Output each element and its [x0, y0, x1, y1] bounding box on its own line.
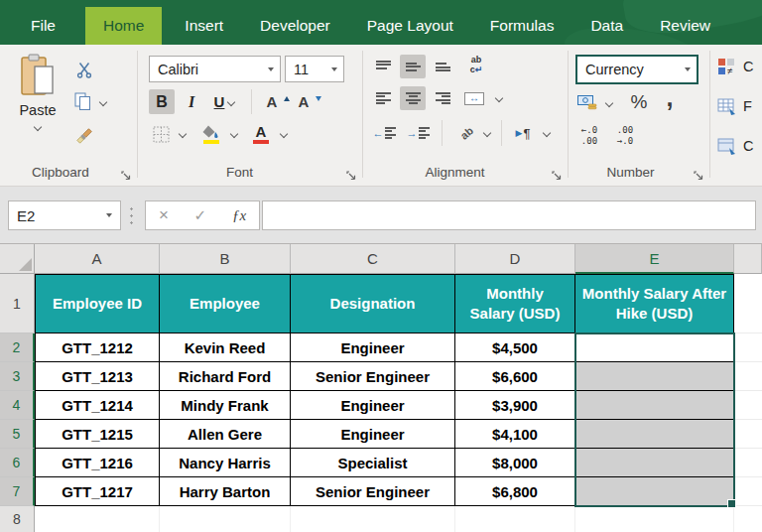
- increase-indent-button[interactable]: →: [404, 122, 432, 144]
- name-box[interactable]: E2: [8, 200, 121, 230]
- cell-D1[interactable]: Monthly Salary (USD): [455, 274, 575, 333]
- cell-E7[interactable]: [575, 477, 734, 506]
- format-as-table-button[interactable]: F: [717, 96, 752, 116]
- cell-E6[interactable]: [575, 449, 734, 477]
- font-color-button[interactable]: A: [248, 120, 274, 148]
- borders-button[interactable]: [149, 122, 173, 146]
- increase-decimal-button[interactable]: ←.0 .00: [575, 124, 603, 148]
- cell-D8[interactable]: [455, 506, 575, 532]
- cell-styles-button[interactable]: C: [717, 136, 753, 156]
- decrease-indent-button[interactable]: ←: [370, 122, 398, 144]
- column-header-A[interactable]: A: [35, 244, 160, 274]
- row-header-1[interactable]: 1: [0, 274, 35, 333]
- bold-button[interactable]: B: [149, 89, 175, 114]
- cell-E3[interactable]: [575, 362, 734, 391]
- comma-style-button[interactable]: ,: [661, 90, 679, 114]
- tab-file[interactable]: File: [16, 7, 70, 45]
- cell-A1[interactable]: Employee ID: [35, 274, 160, 333]
- column-header-D[interactable]: D: [455, 244, 575, 274]
- paste-button[interactable]: Paste: [10, 53, 65, 154]
- cut-button[interactable]: [73, 59, 95, 80]
- row-header-7[interactable]: 7: [0, 477, 35, 506]
- row-header-4[interactable]: 4: [0, 391, 35, 420]
- cell-B3[interactable]: Richard Ford: [160, 362, 291, 391]
- accounting-format-button[interactable]: [575, 92, 599, 114]
- number-dialog-launcher[interactable]: [693, 168, 704, 180]
- clipboard-dialog-launcher[interactable]: [120, 168, 132, 180]
- row-header-2[interactable]: 2: [0, 333, 35, 362]
- cell-E2-active[interactable]: [575, 333, 734, 362]
- cell-F2[interactable]: [734, 333, 762, 362]
- underline-button[interactable]: U: [206, 89, 242, 114]
- merge-center-button[interactable]: ↔: [461, 88, 487, 108]
- align-right-button[interactable]: [430, 86, 455, 110]
- cell-F6[interactable]: [734, 449, 762, 477]
- tab-home[interactable]: Home: [85, 7, 162, 45]
- cell-B8[interactable]: [160, 506, 291, 532]
- drag-handle-dots[interactable]: [130, 205, 133, 226]
- tab-review[interactable]: Review: [645, 7, 725, 45]
- cell-E1[interactable]: Monthly Salary After Hike (USD): [575, 274, 734, 333]
- cell-C4[interactable]: Engineer: [291, 391, 455, 420]
- align-top-button[interactable]: [370, 55, 396, 78]
- insert-function-icon[interactable]: ƒx: [232, 207, 246, 224]
- tab-formulas[interactable]: Formulas: [475, 7, 570, 45]
- font-dialog-launcher[interactable]: [345, 168, 357, 180]
- cell-C8[interactable]: [291, 506, 455, 532]
- fill-color-dropdown[interactable]: [228, 124, 240, 144]
- wrap-text-button[interactable]: ab c↵: [461, 53, 491, 78]
- cell-C6[interactable]: Specialist: [291, 449, 455, 477]
- cell-C1[interactable]: Designation: [291, 274, 455, 333]
- shrink-font-button[interactable]: A: [294, 89, 319, 114]
- cell-F5[interactable]: [734, 420, 762, 449]
- cell-B2[interactable]: Kevin Reed: [160, 333, 291, 362]
- align-middle-button[interactable]: [400, 55, 426, 78]
- cell-A4[interactable]: GTT_1214: [35, 391, 160, 420]
- fill-handle[interactable]: [727, 499, 736, 508]
- column-header-F[interactable]: [734, 244, 762, 274]
- font-name-combo[interactable]: Calibri: [149, 56, 281, 82]
- conditional-formatting-button[interactable]: ≠ C: [717, 57, 753, 76]
- cell-C2[interactable]: Engineer: [291, 333, 455, 362]
- cell-A5[interactable]: GTT_1215: [35, 420, 160, 449]
- cell-B4[interactable]: Mindy Frank: [160, 391, 291, 420]
- accounting-dropdown[interactable]: [603, 94, 615, 112]
- italic-button[interactable]: I: [181, 89, 202, 114]
- column-header-B[interactable]: B: [160, 244, 291, 274]
- cell-B5[interactable]: Allen Gere: [160, 420, 291, 449]
- cell-B6[interactable]: Nancy Harris: [160, 449, 291, 477]
- cell-C5[interactable]: Engineer: [291, 420, 455, 449]
- enter-icon[interactable]: ✓: [194, 206, 207, 224]
- cell-D6[interactable]: $8,000: [455, 449, 575, 477]
- tab-insert[interactable]: Insert: [170, 7, 238, 45]
- align-left-button[interactable]: [370, 86, 396, 110]
- font-color-dropdown[interactable]: [278, 124, 290, 144]
- format-painter-button[interactable]: [71, 124, 95, 148]
- text-direction-button[interactable]: ▶ ¶: [509, 122, 537, 144]
- cancel-icon[interactable]: ×: [159, 205, 169, 225]
- text-direction-dropdown[interactable]: [541, 124, 553, 142]
- cell-A8[interactable]: [35, 506, 160, 532]
- cell-B1[interactable]: Employee: [160, 274, 291, 333]
- cell-E5[interactable]: [575, 420, 734, 449]
- cell-D2[interactable]: $4,500: [455, 333, 575, 362]
- row-header-8[interactable]: 8: [0, 506, 35, 532]
- copy-button[interactable]: [71, 90, 93, 112]
- align-center-button[interactable]: [400, 86, 426, 110]
- row-header-5[interactable]: 5: [0, 420, 35, 449]
- cell-F1[interactable]: [734, 274, 762, 333]
- cell-A2[interactable]: GTT_1212: [35, 333, 160, 362]
- orientation-dropdown[interactable]: [481, 124, 493, 142]
- cell-D5[interactable]: $4,100: [455, 420, 575, 449]
- copy-dropdown[interactable]: [97, 96, 109, 108]
- cell-D4[interactable]: $3,900: [455, 391, 575, 420]
- select-all-corner[interactable]: [0, 244, 35, 274]
- merge-dropdown[interactable]: [493, 90, 505, 106]
- formula-input[interactable]: [262, 200, 756, 230]
- cell-F4[interactable]: [734, 391, 762, 420]
- cell-A6[interactable]: GTT_1216: [35, 449, 160, 477]
- grow-font-button[interactable]: A: [262, 89, 288, 114]
- tab-developer[interactable]: Developer: [245, 7, 345, 45]
- row-header-6[interactable]: 6: [0, 449, 35, 477]
- fill-color-button[interactable]: [198, 120, 224, 148]
